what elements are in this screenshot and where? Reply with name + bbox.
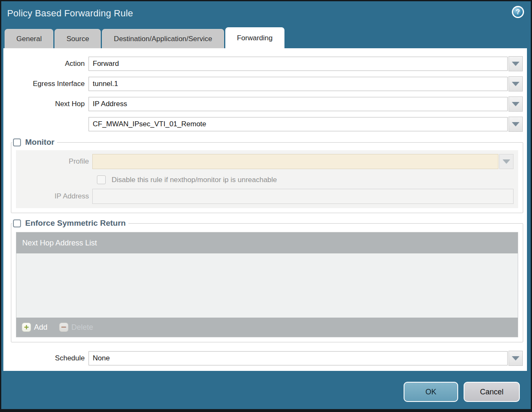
monitor-legend: Monitor — [12, 138, 57, 147]
schedule-value[interactable] — [89, 351, 508, 365]
action-value[interactable] — [89, 57, 508, 71]
next-hop-select — [89, 96, 523, 112]
enforce-symmetric-return-checkbox[interactable] — [13, 219, 21, 227]
chevron-down-icon — [512, 102, 519, 106]
next-hop-address-list-table: Next Hop Address List + Add − Delete — [16, 232, 518, 337]
monitor-section: Monitor Profile Disable this rule if nex… — [11, 138, 523, 213]
monitor-ip-address-input — [92, 189, 514, 204]
title-bar: Policy Based Forwarding Rule ? — [1, 1, 531, 26]
tab-destination-application-service-label: Destination/Application/Service — [114, 35, 212, 43]
next-hop-label: Next Hop — [3, 100, 89, 108]
next-hop-address-value[interactable] — [89, 117, 508, 131]
egress-interface-value[interactable] — [89, 77, 508, 91]
chevron-down-icon — [512, 82, 519, 86]
dialog-footer: OK Cancel — [1, 371, 531, 402]
tab-source-label: Source — [66, 35, 89, 43]
action-dropdown-button[interactable] — [509, 56, 523, 71]
next-hop-address-list-body[interactable] — [16, 253, 518, 318]
egress-interface-select — [89, 76, 523, 91]
monitor-panel: Profile Disable this rule if nexthop/mon… — [16, 150, 518, 208]
egress-interface-label: Egress Interface — [3, 80, 89, 88]
plus-icon: + — [22, 323, 31, 332]
action-select — [89, 56, 523, 71]
ok-button[interactable]: OK — [404, 382, 458, 402]
monitor-checkbox[interactable] — [13, 138, 21, 146]
schedule-select — [89, 351, 523, 366]
ok-button-label: OK — [425, 388, 436, 396]
cancel-button[interactable]: Cancel — [464, 382, 520, 402]
minus-icon: − — [59, 323, 68, 332]
action-label: Action — [3, 60, 89, 68]
next-hop-address-select — [89, 117, 523, 132]
profile-select — [92, 154, 514, 169]
chevron-down-icon — [512, 62, 519, 66]
tab-general[interactable]: General — [5, 29, 53, 48]
monitor-legend-label: Monitor — [25, 138, 55, 147]
delete-button: − Delete — [59, 323, 93, 332]
tab-general-label: General — [16, 35, 42, 43]
tab-bar: General Source Destination/Application/S… — [1, 26, 531, 48]
chevron-down-icon — [512, 122, 519, 126]
add-button-label: Add — [34, 323, 47, 332]
disable-rule-checkbox — [97, 175, 106, 184]
enforce-symmetric-return-legend-label: Enforce Symmetric Return — [25, 219, 126, 228]
egress-interface-dropdown-button[interactable] — [509, 76, 523, 91]
next-hop-dropdown-button[interactable] — [509, 96, 523, 112]
next-hop-value[interactable] — [89, 97, 508, 111]
profile-label: Profile — [16, 157, 92, 166]
profile-value — [92, 154, 498, 169]
tab-forwarding-label: Forwarding — [237, 34, 273, 42]
add-button[interactable]: + Add — [22, 323, 47, 332]
cancel-button-label: Cancel — [480, 388, 503, 396]
forwarding-tab-panel: Action Egress Interface Next Hop — [3, 48, 527, 371]
chevron-down-icon — [512, 356, 519, 360]
next-hop-address-list-toolbar: + Add − Delete — [16, 318, 518, 337]
tab-forwarding[interactable]: Forwarding — [225, 27, 284, 48]
monitor-ip-address-label: IP Address — [16, 192, 92, 201]
next-hop-address-list-header: Next Hop Address List — [16, 232, 518, 253]
enforce-symmetric-return-section: Enforce Symmetric Return Next Hop Addres… — [11, 219, 523, 342]
delete-button-label: Delete — [71, 323, 93, 332]
tab-source[interactable]: Source — [55, 29, 101, 48]
help-icon[interactable]: ? — [512, 6, 524, 18]
dialog-title: Policy Based Forwarding Rule — [1, 1, 531, 19]
policy-based-forwarding-rule-dialog: Policy Based Forwarding Rule ? General S… — [0, 0, 532, 412]
schedule-dropdown-button[interactable] — [509, 351, 523, 366]
next-hop-address-dropdown-button[interactable] — [509, 117, 523, 132]
schedule-label: Schedule — [3, 354, 89, 362]
tab-destination-application-service[interactable]: Destination/Application/Service — [102, 29, 224, 48]
enforce-symmetric-return-legend: Enforce Symmetric Return — [12, 219, 128, 228]
profile-dropdown-button — [499, 154, 514, 169]
disable-rule-checkbox-label: Disable this rule if nexthop/monitor ip … — [112, 176, 277, 184]
chevron-down-icon — [503, 159, 510, 164]
